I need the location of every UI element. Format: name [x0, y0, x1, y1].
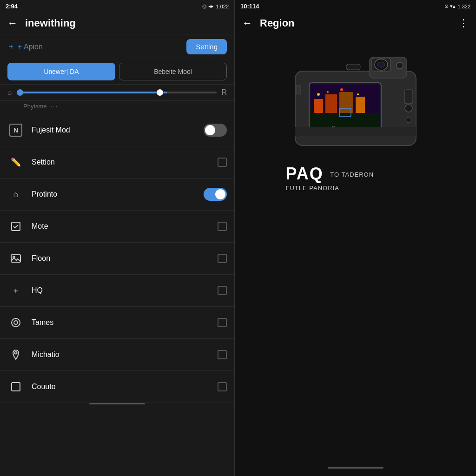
svg-rect-27: [404, 90, 413, 104]
svg-rect-30: [296, 85, 301, 94]
search-slider-row: ⌕ R: [0, 85, 234, 101]
search-icon: ⌕: [7, 88, 12, 97]
add-button[interactable]: ＋ + Apion: [7, 42, 43, 52]
svg-point-12: [397, 62, 403, 69]
battery-right: 1.322: [457, 4, 470, 9]
page-title-right: Region: [260, 17, 295, 29]
svg-point-22: [317, 93, 320, 96]
n-icon: N: [7, 122, 24, 139]
svg-point-29: [406, 117, 411, 123]
svg-point-3: [12, 318, 20, 327]
camera-image: cCanan: [286, 48, 425, 150]
svg-point-23: [327, 91, 329, 93]
phytsme-label: Phytsme: [23, 103, 47, 110]
status-bar-left: 2:94 ◎ ◂▸ 1.022: [0, 0, 234, 13]
tab-bebeite[interactable]: Bebeite Mool: [119, 63, 227, 80]
more-options-icon[interactable]: ⋮: [458, 17, 469, 29]
menu-item-mote[interactable]: Mote: [0, 211, 234, 243]
slider-container[interactable]: [17, 92, 217, 93]
tab-bar: Unewer| DA Bebeite Mool: [0, 59, 234, 85]
michatio-checkbox[interactable]: [218, 350, 227, 359]
product-subtitle-bottom: FUTLE PANORIA: [286, 185, 425, 192]
hq-label: HQ: [32, 286, 218, 295]
check-box-icon: [7, 218, 24, 235]
svg-point-5: [15, 352, 17, 354]
tab-label-1: Unewer| DA: [44, 68, 79, 75]
signal-icon-right: ⊙ ▾▴: [444, 3, 456, 9]
menu-item-floon[interactable]: Floon: [0, 243, 234, 275]
dots-icon: ···: [51, 103, 59, 110]
status-bar-right: 10:114 ⊙ ▾▴ 1.322: [235, 0, 476, 13]
toggle-knob: [205, 125, 215, 135]
product-name: PAQ: [286, 164, 324, 183]
svg-rect-18: [314, 99, 323, 113]
tames-checkbox[interactable]: [218, 318, 227, 327]
settion-checkbox[interactable]: [218, 158, 227, 167]
setting-button[interactable]: Setting: [186, 39, 227, 54]
michatio-label: Michatio: [32, 350, 218, 359]
menu-item-protinto[interactable]: ⌂ Protinto: [0, 178, 234, 211]
image-icon: [7, 250, 24, 267]
svg-rect-13: [346, 64, 360, 70]
couuto-label: Couuto: [32, 383, 218, 391]
status-icons-left: ◎ ◂▸ 1.022: [202, 3, 229, 9]
slider-track[interactable]: [17, 92, 217, 93]
protinto-label: Protinto: [32, 190, 204, 198]
menu-item-couuto[interactable]: Couuto: [0, 371, 234, 403]
page-title-left: inewithing: [25, 17, 76, 29]
svg-point-25: [357, 93, 359, 95]
battery-left: 1.022: [216, 4, 229, 9]
floon-checkbox[interactable]: [218, 254, 227, 263]
tames-label: Tames: [32, 318, 218, 327]
time-right: 10:114: [240, 3, 259, 10]
header-right: ← Region ⋮: [235, 13, 476, 34]
back-button-right[interactable]: ←: [242, 17, 252, 29]
hq-checkbox[interactable]: [218, 286, 227, 295]
time-left: 2:94: [6, 3, 18, 10]
protinto-toggle[interactable]: [204, 188, 227, 201]
svg-point-24: [340, 88, 343, 91]
fujesit-toggle[interactable]: [204, 124, 227, 137]
svg-rect-6: [12, 383, 20, 391]
tab-label-2: Bebeite Mool: [154, 68, 192, 75]
home-icon: ⌂: [7, 186, 24, 203]
mote-label: Mote: [32, 222, 218, 231]
header-left: ← inewithing: [0, 13, 234, 34]
r-icon: R: [221, 88, 227, 97]
box-icon: [7, 378, 24, 395]
svg-rect-1: [11, 255, 20, 262]
svg-point-11: [377, 62, 385, 67]
svg-point-28: [405, 105, 412, 112]
bottom-bar-left: [89, 403, 145, 404]
product-name-row: PAQ TO TADERON: [286, 164, 425, 184]
pin-icon: [7, 346, 24, 363]
menu-item-settion[interactable]: ✏️ Settion: [0, 146, 234, 178]
floon-label: Floon: [32, 254, 218, 263]
svg-point-4: [14, 321, 18, 324]
phytsme-row: Phytsme ···: [0, 101, 234, 114]
menu-item-michatio[interactable]: Michatio: [0, 339, 234, 371]
settion-label: Settion: [32, 158, 218, 166]
toggle-knob-on: [215, 189, 225, 199]
plus-icon: ＋: [7, 42, 15, 52]
bottom-bar-right: [328, 467, 383, 469]
back-button-left[interactable]: ←: [7, 17, 18, 29]
left-panel: 2:94 ◎ ◂▸ 1.022 ← inewithing ＋ + Apion S…: [0, 0, 235, 476]
tab-unewer[interactable]: Unewer| DA: [7, 63, 115, 80]
camera-section: cCanan PAQ TO TADERON FUTLE PANORIA: [235, 34, 476, 459]
right-panel: 10:114 ⊙ ▾▴ 1.322 ← Region ⋮: [235, 0, 476, 476]
fujesit-label: Fujesit Mod: [32, 126, 204, 134]
slider-fill: [17, 92, 167, 93]
svg-rect-31: [295, 127, 416, 136]
plus-circle-icon: ＋: [7, 282, 24, 299]
circle-icon: [7, 314, 24, 331]
couuto-checkbox[interactable]: [218, 382, 227, 391]
slider-thumb-left: [17, 89, 23, 96]
camera-text-section: PAQ TO TADERON FUTLE PANORIA: [286, 164, 425, 192]
menu-item-hq[interactable]: ＋ HQ: [0, 275, 234, 307]
menu-item-tames[interactable]: Tames: [0, 307, 234, 339]
add-label: + Apion: [18, 43, 43, 51]
menu-item-fujesit[interactable]: N Fujesit Mod: [0, 114, 234, 146]
mote-checkbox[interactable]: [218, 222, 227, 231]
slider-thumb-right[interactable]: [157, 89, 163, 96]
